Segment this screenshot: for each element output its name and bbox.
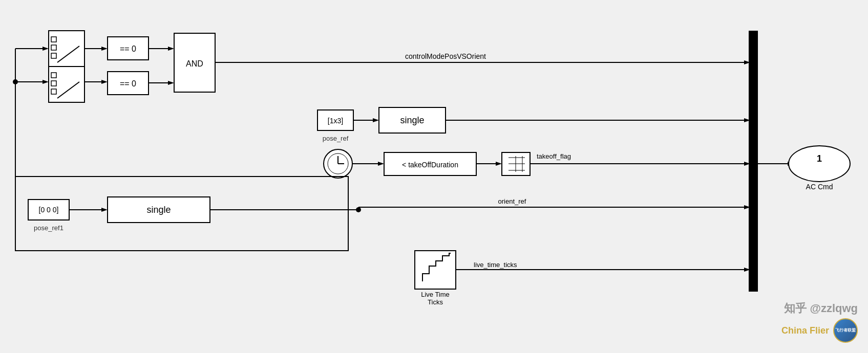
- watermark-logo-circle: 飞行者联盟: [833, 318, 858, 343]
- svg-rect-7: [51, 37, 56, 42]
- watermark: 知乎 @zzlqwg China Flier 飞行者联盟: [781, 301, 858, 343]
- live-time-ticks-label-line1: Live Time: [421, 291, 450, 298]
- pose-ref-label: pose_ref: [323, 135, 349, 142]
- live-time-ticks-label-line2: Ticks: [428, 298, 443, 306]
- takeoff-compare-label: < takeOffDuration: [402, 161, 458, 169]
- live-time-ticks-block: [415, 251, 456, 289]
- svg-rect-12: [51, 81, 56, 86]
- watermark-text: 知乎 @zzlqwg: [784, 301, 858, 316]
- pose-ref-const-label: [1x3]: [328, 117, 343, 125]
- ac-cmd-block: [789, 146, 850, 182]
- output-bus: [749, 31, 758, 292]
- ac-cmd-label: AC Cmd: [806, 183, 833, 191]
- diagram-svg: == 0 == 0 AND controlModePosVSOrient [1x…: [0, 0, 868, 353]
- diagram-canvas: == 0 == 0 AND controlModePosVSOrient [1x…: [0, 0, 868, 353]
- svg-rect-9: [51, 53, 56, 58]
- watermark-logo-text: China Flier: [781, 325, 829, 336]
- eq1-label: == 0: [120, 45, 136, 53]
- eq2-label: == 0: [120, 79, 136, 88]
- takeoff-flag-label: takeoff_flag: [537, 152, 571, 160]
- watermark-logo-abbr: 飞行者联盟: [835, 328, 856, 333]
- orient-ref-label: orient_ref: [498, 197, 526, 205]
- single1-label: single: [400, 115, 424, 125]
- pose-ref1-label: pose_ref1: [34, 224, 63, 232]
- live-time-ticks-wire-label: live_time_ticks: [474, 261, 517, 269]
- svg-rect-13: [51, 89, 56, 94]
- pose-ref1-const-label: [0 0 0]: [39, 206, 59, 214]
- watermark-logo: China Flier 飞行者联盟: [781, 318, 858, 343]
- ac-cmd-number: 1: [817, 153, 822, 164]
- svg-rect-8: [51, 45, 56, 50]
- and-label: AND: [186, 59, 203, 68]
- single2-label: single: [146, 205, 171, 215]
- control-mode-label: controlModePosVSOrient: [405, 52, 486, 60]
- svg-rect-11: [51, 73, 56, 78]
